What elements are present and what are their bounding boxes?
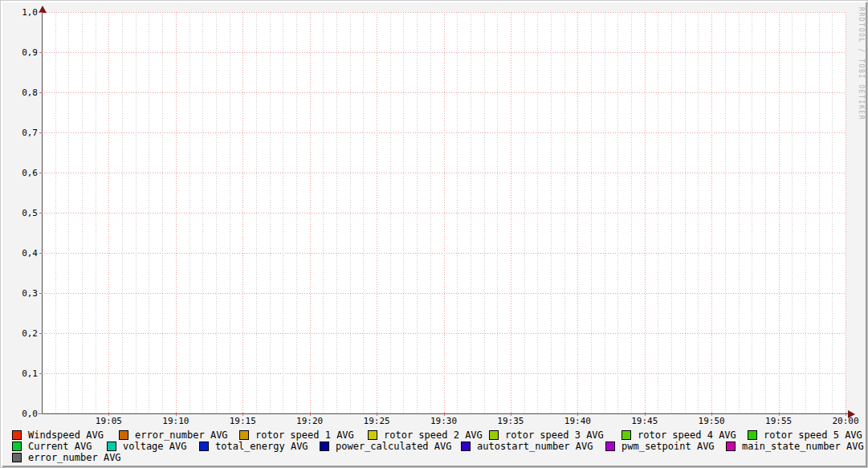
legend-color-swatch-icon [12,430,22,440]
legend-color-swatch-icon [12,453,22,462]
x-axis-tick-label: 19:55 [765,416,792,426]
x-axis-tick-label: 19:10 [162,416,189,426]
legend-color-swatch-icon [12,442,22,451]
legend-item: rotor speed 2 AVG [368,429,483,440]
legend-color-swatch-icon [107,442,116,451]
plot-area [42,12,846,413]
y-axis-tick-label: 0,1 [10,368,38,379]
legend-color-swatch-icon [726,442,736,451]
legend-color-swatch-icon [605,442,615,451]
legend-item-label: autostart_number AVG [477,441,593,452]
legend-row: Current AVGvoltage AVGtotal_energy AVGpo… [1,441,868,452]
y-axis-major-tick [39,12,43,13]
legend-item: error_number AVG [12,452,121,462]
legend-item-label: Current AVG [28,441,92,452]
legend-item: autostart_number AVG [461,441,593,451]
y-axis-major-tick [39,132,43,133]
x-axis-tick-label: 19:30 [430,416,457,426]
x-axis-tick-label: 19:50 [699,416,725,426]
legend-item-label: rotor speed 1 AVG [255,429,354,441]
legend-item: total_energy AVG [199,441,308,451]
x-axis-tick-label: 19:25 [364,416,390,426]
x-axis-tick-label: 19:40 [564,416,591,426]
y-axis-major-tick [39,413,43,414]
y-axis-tick-label: 0,7 [10,128,38,138]
y-axis-major-tick [39,373,43,374]
y-axis-major-tick [39,293,43,294]
y-axis-major-tick [39,52,43,53]
legend-color-swatch-icon [320,442,329,451]
legend-color-swatch-icon [119,430,128,440]
gridline-major-vertical [846,12,846,413]
legend-color-swatch-icon [461,442,471,451]
x-axis-tick-label: 19:35 [497,416,524,426]
legend-item: rotor speed 5 AVG [748,429,862,440]
x-axis-tick-label: 20:00 [832,416,858,426]
legend-item-label: error_number AVG [28,452,121,463]
gridline-major-horizontal [42,132,846,133]
legend-item-label: main_state_number AVG [742,441,864,452]
gridline-major-horizontal [42,52,846,53]
legend-item-label: power_calculated AVG [336,441,452,452]
y-axis-major-tick [39,253,43,254]
x-axis-tick-label: 19:15 [230,416,256,426]
legend-item: rotor speed 3 AVG [489,429,604,440]
legend-item: pwm_setpoint AVG [605,441,715,451]
legend-color-swatch-icon [199,442,209,451]
y-axis-major-tick [39,173,43,173]
legend-color-swatch-icon [239,430,249,440]
legend-item-label: total_energy AVG [215,441,308,452]
legend-item-label: rotor speed 2 AVG [384,429,483,441]
gridline-major-horizontal [42,12,846,13]
legend-item-label: Windspeed AVG [28,429,104,441]
legend-color-swatch-icon [368,430,377,440]
y-axis-tick-label: 0,3 [10,288,38,299]
y-axis-major-tick [39,92,43,93]
rrdtool-graph: RRDTOOL / TOBI OETIKER 1,00,90,80,70,60,… [0,0,868,468]
gridline-major-horizontal [42,213,846,214]
rrdtool-watermark: RRDTOOL / TOBI OETIKER [858,7,865,120]
y-axis-tick-label: 0,6 [10,168,38,178]
legend-item-label: rotor speed 4 AVG [638,429,736,441]
gridline-major-horizontal [42,333,846,334]
legend-item: error_number AVG [119,429,228,440]
y-axis-tick-label: 0,5 [10,208,38,218]
x-axis-tick-label: 19:05 [96,416,122,426]
x-axis-tick-label: 19:45 [631,416,658,426]
legend-item: power_calculated AVG [320,441,452,451]
x-axis-tick-label: 19:20 [296,416,323,426]
legend-item: rotor speed 4 AVG [621,429,736,440]
legend-item-label: error_number AVG [135,429,228,441]
y-axis-line [42,9,43,414]
legend-color-swatch-icon [621,430,631,440]
legend-color-swatch-icon [489,430,499,440]
legend-row: Windspeed AVGerror_number AVGrotor speed… [1,429,868,441]
y-axis-major-tick [39,213,43,214]
legend-item: Current AVG [12,441,92,451]
legend-item-label: rotor speed 3 AVG [505,429,604,441]
y-axis-major-tick [39,333,43,334]
y-axis-tick-label: 0,9 [10,47,38,58]
legend-color-swatch-icon [748,430,757,440]
gridline-major-horizontal [42,92,846,93]
x-axis-line [39,413,850,414]
legend-item-label: voltage AVG [123,441,186,452]
legend-item-label: rotor speed 5 AVG [764,429,862,441]
gridline-major-horizontal [42,173,846,173]
y-axis-tick-label: 0,4 [10,248,38,258]
y-axis-tick-label: 0,2 [10,328,38,339]
legend-item-label: pwm_setpoint AVG [621,441,715,452]
gridline-major-horizontal [42,253,846,254]
legend-item: rotor speed 1 AVG [239,429,354,440]
legend-item: Windspeed AVG [12,429,104,440]
gridline-major-horizontal [42,293,846,294]
y-axis-tick-label: 1,0 [10,7,38,18]
y-axis-tick-label: 0,8 [10,87,38,98]
legend-item: voltage AVG [107,441,186,451]
gridline-major-horizontal [42,373,846,374]
y-axis-tick-label: 0,0 [10,409,38,419]
legend-item: main_state_number AVG [726,441,864,451]
legend-row: error_number AVG [1,452,868,463]
